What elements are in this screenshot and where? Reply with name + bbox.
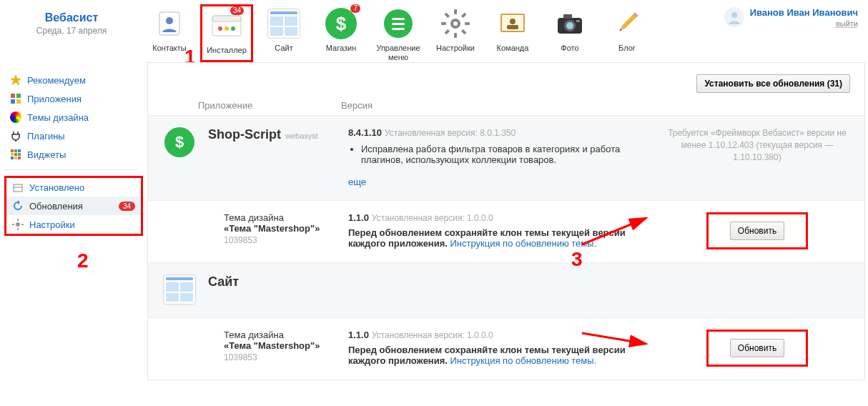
- svg-rect-22: [576, 20, 580, 22]
- annotation-box: Обновить: [706, 330, 808, 367]
- sidebar-item-themes[interactable]: Темы дизайна: [4, 108, 143, 127]
- svg-point-27: [731, 12, 737, 18]
- svg-point-13: [453, 21, 458, 26]
- app-photo[interactable]: Фото: [543, 4, 596, 62]
- new-version: 8.4.1.10: [348, 127, 382, 138]
- app-settings[interactable]: Настройки: [429, 4, 482, 62]
- gear-icon: [436, 6, 475, 41]
- sidebar-item-updates[interactable]: Обновления 34: [6, 197, 141, 215]
- palette-icon: [208, 212, 220, 224]
- sidebar-item-label: Приложения: [27, 94, 82, 104]
- app-installer[interactable]: 34 Инсталлер: [200, 4, 253, 62]
- sidebar-item-label: Плагины: [27, 131, 65, 142]
- app-site[interactable]: Сайт: [257, 4, 310, 62]
- svg-rect-34: [14, 149, 17, 152]
- user-box: Иванов Иван Иванович выйти: [724, 4, 862, 29]
- svg-rect-31: [11, 99, 15, 104]
- row-app-name: Сайт: [208, 274, 239, 289]
- sidebar-item-settings[interactable]: Настройки: [6, 215, 141, 234]
- svg-rect-29: [11, 94, 15, 98]
- update-button[interactable]: Обновить: [730, 222, 784, 240]
- camera-icon: [551, 6, 589, 41]
- row-app-name: Shop-Script: [208, 127, 281, 142]
- content-panel: Установить все обновления (31) Приложени…: [147, 62, 865, 380]
- table-header: Приложение Версия: [148, 100, 864, 115]
- sidebar-item-label: Установлено: [29, 182, 84, 193]
- svg-point-43: [16, 222, 20, 227]
- sidebar-item-recommend[interactable]: Рекомендуем: [4, 71, 143, 89]
- row-vendor: webasyst: [285, 132, 318, 140]
- team-icon: [493, 6, 532, 41]
- theme-instruction-link[interactable]: Инструкция по обновлению темы.: [450, 238, 597, 249]
- svg-point-4: [218, 26, 222, 31]
- new-version: 1.1.0: [348, 212, 369, 223]
- update-button[interactable]: Обновить: [730, 339, 784, 357]
- app-label: Команда: [486, 44, 539, 53]
- theme-name: «Тема "Mastershop"»: [224, 223, 320, 234]
- more-link[interactable]: еще: [348, 177, 366, 187]
- plug-icon: [10, 130, 21, 142]
- app-blog[interactable]: Блог: [601, 4, 654, 62]
- avatar[interactable]: [724, 7, 744, 27]
- brand-date: Среда, 17 апреля: [0, 26, 143, 36]
- svg-rect-8: [392, 18, 405, 20]
- app-label: Блог: [601, 44, 654, 53]
- update-row-site-header: Сайт: [148, 262, 864, 317]
- sidebar-item-apps[interactable]: Приложения: [4, 89, 143, 108]
- theme-prelabel: Тема дизайна: [224, 330, 320, 340]
- apps-icon: [10, 93, 21, 104]
- col-header-version: Версия: [341, 100, 373, 111]
- sidebar-item-label: Виджеты: [27, 149, 66, 160]
- app-label: Сайт: [257, 44, 310, 53]
- installed-version: Установленная версия: 1.0.0.0: [372, 213, 493, 223]
- app-label: Фото: [543, 44, 596, 53]
- svg-rect-36: [11, 153, 14, 156]
- arrow-icon: [578, 330, 657, 365]
- svg-rect-19: [563, 14, 572, 19]
- sidebar-item-label: Темы дизайна: [27, 112, 89, 123]
- box-icon: [12, 182, 24, 193]
- svg-point-6: [231, 26, 235, 31]
- svg-rect-45: [17, 228, 19, 230]
- svg-point-21: [566, 22, 573, 29]
- app-switcher: Контакты 34 Инсталлер Сайт 7 $ Магазин: [143, 4, 654, 62]
- widgets-icon: [10, 149, 21, 160]
- svg-rect-46: [12, 224, 14, 225]
- app-team[interactable]: Команда: [486, 4, 539, 62]
- user-name-link[interactable]: Иванов Иван Иванович: [750, 7, 858, 18]
- installed-version: Установленная версия: 8.0.1.350: [385, 128, 516, 138]
- theme-prelabel: Тема дизайна: [224, 212, 320, 223]
- updates-badge: 34: [119, 202, 135, 211]
- app-shop[interactable]: 7 $ Магазин: [315, 4, 368, 62]
- app-label: Магазин: [315, 44, 368, 53]
- app-label: Управление меню: [372, 44, 425, 62]
- site-icon: [265, 6, 303, 41]
- sidebar-item-widgets[interactable]: Виджеты: [4, 145, 143, 164]
- sidebar-item-label: Обновления: [29, 201, 83, 212]
- sidebar-item-installed[interactable]: Установлено: [6, 178, 141, 197]
- theme-instruction-link[interactable]: Инструкция по обновлению темы.: [450, 355, 597, 366]
- badge-count: 7: [350, 4, 360, 13]
- svg-rect-38: [18, 153, 21, 156]
- pencil-icon: [608, 6, 646, 41]
- svg-rect-9: [392, 23, 405, 25]
- update-row-theme-1: Тема дизайна «Тема "Mastershop"» 1039853…: [148, 200, 864, 262]
- annotation-2: 2: [77, 249, 89, 272]
- brand-title[interactable]: Вебасист: [0, 11, 143, 24]
- logout-link[interactable]: выйти: [836, 19, 858, 28]
- gear-icon: [12, 219, 24, 230]
- sidebar-group-2: Установлено Обновления 34 Настройки: [4, 176, 143, 236]
- svg-rect-3: [212, 16, 241, 21]
- svg-rect-35: [18, 149, 21, 152]
- svg-rect-41: [18, 157, 21, 159]
- app-menu[interactable]: Управление меню: [372, 4, 425, 62]
- svg-marker-28: [11, 75, 21, 85]
- annotation-box: Обновить: [706, 212, 808, 249]
- svg-rect-30: [16, 94, 21, 98]
- svg-rect-44: [17, 219, 19, 221]
- badge-count: 34: [230, 6, 244, 15]
- update-all-button[interactable]: Установить все обновления (31): [696, 74, 850, 93]
- star-icon: [10, 74, 21, 86]
- update-row-theme-2: Тема дизайна «Тема "Mastershop"» 1039853…: [148, 317, 864, 380]
- sidebar-item-plugins[interactable]: Плагины: [4, 127, 143, 145]
